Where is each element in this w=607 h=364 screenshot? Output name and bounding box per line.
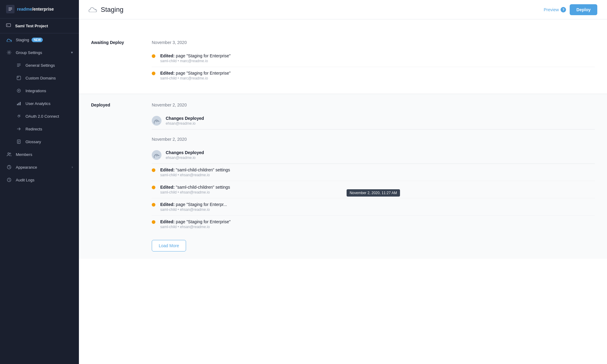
analytics-icon bbox=[16, 100, 22, 106]
event-main-2: Edited: page "Staging for Enterprise" bbox=[160, 71, 231, 76]
glossary-icon bbox=[16, 139, 22, 145]
svg-rect-6 bbox=[17, 65, 21, 66]
event-sub-2: saml-child • marc@readme.io bbox=[160, 76, 231, 80]
main-panel: Staging Preview ? Deploy Awaiting Deploy… bbox=[79, 0, 607, 364]
staging-badge: New bbox=[32, 38, 43, 42]
awaiting-deploy-section: Awaiting Deploy November 3, 2020 Edited:… bbox=[91, 32, 595, 94]
event-main-4: Edited: "saml-child-children" settings bbox=[160, 185, 230, 190]
awaiting-deploy-label: Awaiting Deploy bbox=[91, 39, 140, 84]
svg-rect-8 bbox=[17, 76, 21, 80]
glossary-label: Glossary bbox=[25, 140, 41, 144]
chevron-down-icon: ▾ bbox=[71, 50, 73, 55]
preview-button[interactable]: Preview ? bbox=[544, 7, 566, 12]
deployed-label: Deployed bbox=[91, 101, 140, 251]
event-item: Edited: "saml-child-children" settings s… bbox=[152, 181, 595, 198]
project-selector[interactable]: Saml Test Project bbox=[0, 19, 79, 33]
deployed-date-group-2: November 2, 2020 Changes Deployed ehs bbox=[152, 136, 595, 233]
logo-text: readme/enterprise bbox=[17, 7, 54, 12]
preview-help-icon: ? bbox=[561, 7, 566, 12]
deployed-content: November 2, 2020 Changes Deployed ehsa bbox=[152, 101, 595, 251]
deploy-sub-2: ehsan@readme.io bbox=[166, 156, 204, 160]
sidebar-item-oauth[interactable]: OAuth 2.0 Connect bbox=[0, 110, 79, 123]
deployed-section: Deployed November 2, 2020 bbox=[79, 94, 607, 259]
event-avatar-2 bbox=[152, 150, 161, 160]
integrations-label: Integrations bbox=[25, 89, 46, 93]
event-item: Edited: "saml-child-children" settings s… bbox=[152, 164, 595, 181]
deploy-action-2: Changes Deployed bbox=[166, 150, 204, 155]
topbar-actions: Preview ? Deploy bbox=[544, 4, 597, 15]
awaiting-deploy-content: November 3, 2020 Edited: page "Staging f… bbox=[152, 39, 595, 84]
content-area: Awaiting Deploy November 3, 2020 Edited:… bbox=[79, 19, 607, 364]
event-dot-2 bbox=[152, 72, 155, 75]
svg-rect-3 bbox=[6, 24, 11, 27]
event-sub-4: saml-child • ehsan@readme.io bbox=[160, 190, 230, 194]
deploy-button[interactable]: Deploy bbox=[570, 4, 597, 15]
oauth-icon bbox=[16, 113, 22, 119]
event-main-5: Edited: page "Staging for Enterpr... Nov… bbox=[160, 202, 227, 207]
group-settings-header[interactable]: Group Settings ▾ bbox=[0, 46, 79, 59]
event-dot-3 bbox=[152, 168, 155, 172]
settings-icon bbox=[6, 49, 12, 56]
event-item: Changes Deployed ehsan@readme.io bbox=[152, 147, 595, 164]
event-text-6: Edited: page "Staging for Enterprise" sa… bbox=[160, 219, 231, 229]
chevron-right-icon: › bbox=[72, 165, 73, 169]
svg-rect-13 bbox=[19, 103, 19, 105]
sidebar-item-appearance[interactable]: Appearance › bbox=[0, 161, 79, 174]
sidebar-item-redirects[interactable]: Redirects bbox=[0, 123, 79, 135]
event-item: Edited: page "Staging for Enterprise" sa… bbox=[152, 216, 595, 233]
event-sub-6: saml-child • ehsan@readme.io bbox=[160, 225, 231, 229]
svg-rect-9 bbox=[18, 77, 19, 78]
sidebar-item-integrations[interactable]: Integrations bbox=[0, 84, 79, 97]
load-more-button[interactable]: Load More bbox=[152, 240, 186, 251]
event-item: Changes Deployed ehsan@readme.io bbox=[152, 112, 595, 130]
deployed-date-1: November 2, 2020 bbox=[152, 101, 595, 107]
custom-domains-label: Custom Domains bbox=[25, 76, 56, 80]
event-text-5: Edited: page "Staging for Enterpr... Nov… bbox=[160, 202, 227, 212]
svg-point-18 bbox=[10, 153, 11, 154]
sidebar-logo[interactable]: readme/enterprise bbox=[0, 0, 79, 19]
topbar: Staging Preview ? Deploy bbox=[79, 0, 607, 19]
event-main-1: Edited: page "Staging for Enterprise" bbox=[160, 53, 231, 58]
svg-rect-7 bbox=[17, 66, 19, 67]
event-item: Edited: page "Staging for Enterprise" sa… bbox=[152, 50, 595, 67]
deploy-event-text-2: Changes Deployed ehsan@readme.io bbox=[166, 150, 204, 160]
svg-rect-0 bbox=[8, 8, 12, 8]
appearance-label: Appearance bbox=[16, 165, 37, 170]
svg-point-4 bbox=[8, 52, 10, 53]
audit-icon bbox=[6, 177, 12, 183]
preview-label: Preview bbox=[544, 7, 559, 12]
svg-rect-1 bbox=[8, 9, 12, 9]
cloud-icon bbox=[6, 37, 12, 43]
svg-rect-12 bbox=[17, 104, 18, 105]
event-sub-3: saml-child • ehsan@readme.io bbox=[160, 173, 230, 177]
event-text-1: Edited: page "Staging for Enterprise" sa… bbox=[160, 53, 231, 63]
appearance-icon bbox=[6, 164, 12, 170]
general-settings-label: General Settings bbox=[25, 63, 55, 68]
page-title: Staging bbox=[101, 6, 124, 14]
event-item: Edited: page "Staging for Enterprise" sa… bbox=[152, 67, 595, 84]
deployed-date-group-1: November 2, 2020 Changes Deployed ehsa bbox=[152, 101, 595, 130]
svg-point-17 bbox=[8, 153, 9, 154]
project-icon bbox=[6, 23, 12, 29]
event-sub-1: saml-child • marc@readme.io bbox=[160, 59, 231, 63]
svg-point-11 bbox=[18, 90, 19, 91]
deploy-sub-1: ehsan@readme.io bbox=[166, 121, 204, 126]
svg-rect-5 bbox=[17, 64, 21, 64]
user-analytics-label: User Analytics bbox=[25, 101, 50, 106]
sidebar-item-members[interactable]: Members bbox=[0, 148, 79, 161]
event-dot-1 bbox=[152, 54, 155, 58]
event-main-6: Edited: page "Staging for Enterprise" bbox=[160, 219, 231, 224]
project-name: Saml Test Project bbox=[15, 24, 48, 28]
sidebar-item-user-analytics[interactable]: User Analytics bbox=[0, 97, 79, 110]
sidebar-item-staging[interactable]: Staging New bbox=[0, 33, 79, 46]
sidebar-item-custom-domains[interactable]: Custom Domains bbox=[0, 72, 79, 84]
sidebar-item-general-settings[interactable]: General Settings bbox=[0, 59, 79, 72]
sidebar-item-audit-logs[interactable]: Audit Logs bbox=[0, 174, 79, 186]
page-title-area: Staging bbox=[89, 5, 124, 14]
awaiting-date: November 3, 2020 bbox=[152, 39, 595, 45]
sidebar-item-glossary[interactable]: Glossary bbox=[0, 135, 79, 148]
group-settings-label: Group Settings bbox=[16, 50, 42, 55]
members-label: Members bbox=[16, 152, 32, 157]
svg-rect-14 bbox=[20, 102, 21, 105]
deployed-date-2: November 2, 2020 bbox=[152, 136, 595, 142]
